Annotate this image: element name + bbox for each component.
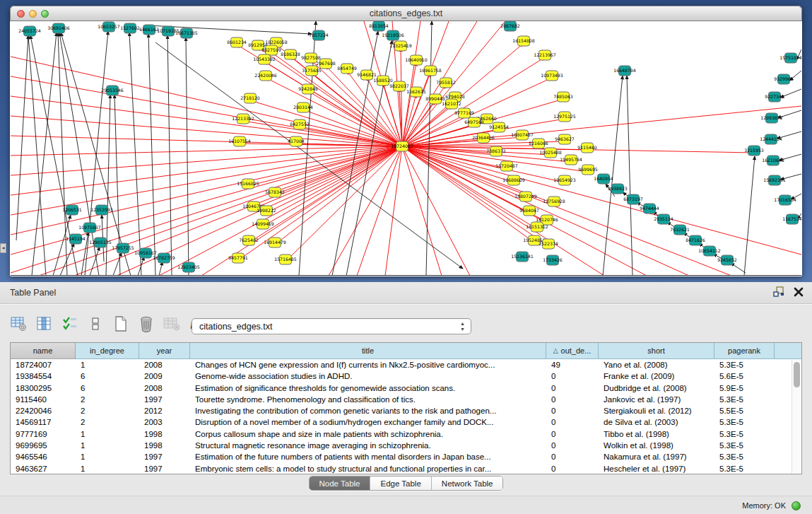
column-header-name[interactable]: name <box>11 343 76 359</box>
tab-edge-table[interactable]: Edge Table <box>370 477 431 490</box>
citation-edge-black[interactable] <box>129 33 141 276</box>
graph-node[interactable]: 9699695 <box>578 165 598 175</box>
graph-node[interactable]: 7386372 <box>486 146 506 156</box>
citation-edge-red[interactable] <box>11 96 402 146</box>
graph-node[interactable]: 6497568 <box>464 117 484 127</box>
graph-node[interactable]: 11325419 <box>389 41 412 51</box>
graph-node[interactable]: 9457791 <box>228 253 248 263</box>
graph-node[interactable]: 10025488 <box>539 148 562 158</box>
table-row[interactable]: 1830029562008Estimation of significance … <box>11 382 801 394</box>
graph-node[interactable]: 24055724 <box>18 26 41 36</box>
network-view-window[interactable]: citations_edges.txt 18724007240557243069… <box>10 6 802 276</box>
select-columns-icon[interactable] <box>61 315 78 332</box>
column-header-title[interactable]: title <box>190 343 546 359</box>
graph-node[interactable]: 15716485 <box>274 255 297 264</box>
graph-node[interactable]: 15751074 <box>779 53 801 63</box>
tab-node-table[interactable]: Node Table <box>310 477 371 490</box>
graph-node[interactable]: 15720487 <box>495 161 518 171</box>
graph-node[interactable]: 2935114 <box>654 214 673 224</box>
citation-edge-red[interactable] <box>11 116 402 146</box>
citation-edge-red[interactable] <box>402 146 801 255</box>
graph-node[interactable]: 2522374 <box>539 239 558 249</box>
graph-node[interactable]: 8813054 <box>369 21 389 31</box>
graph-node[interactable]: 9777169 <box>454 108 474 118</box>
graph-node[interactable]: 15166825 <box>237 179 259 189</box>
graph-node[interactable]: 29053346 <box>101 86 124 95</box>
graph-node[interactable]: 15136141 <box>511 252 534 262</box>
graph-node[interactable]: 9329966 <box>774 74 794 84</box>
graph-node[interactable]: 16671385 <box>175 28 198 38</box>
citation-edge-red[interactable] <box>300 127 402 146</box>
table-mode-icon[interactable] <box>10 315 28 332</box>
graph-node[interactable]: 3175685 <box>302 66 322 76</box>
graph-node[interactable]: 7485063 <box>553 92 573 102</box>
citation-edge-black[interactable] <box>186 37 189 276</box>
network-canvas[interactable]: 1872400724055724306914061065325715276026… <box>11 21 801 276</box>
minimize-window-icon[interactable] <box>29 10 37 18</box>
graph-node[interactable]: 12444154 <box>760 134 782 144</box>
citation-edge-red[interactable] <box>11 76 402 146</box>
graph-node[interactable]: 3215953 <box>744 146 764 156</box>
graph-node[interactable]: 5678342 <box>265 187 285 197</box>
graph-node[interactable]: 12923405 <box>177 262 200 272</box>
citation-edge-black[interactable] <box>167 35 172 276</box>
graph-node[interactable]: 9115460 <box>577 143 597 153</box>
graph-node[interactable]: 6466162 <box>139 25 159 35</box>
graph-node[interactable]: 16961758 <box>419 66 442 76</box>
graph-node[interactable]: 30691406 <box>47 23 70 33</box>
graph-node[interactable]: 9474444 <box>640 204 659 214</box>
citation-edge-red[interactable] <box>402 146 526 199</box>
column-header-in-degree[interactable]: in_degree <box>76 343 139 359</box>
citation-edge-black[interactable] <box>28 35 46 276</box>
citation-network-graph[interactable]: 1872400724055724306914061065325715276026… <box>11 21 801 276</box>
graph-node[interactable]: 9227342 <box>765 92 784 102</box>
graph-node[interactable]: 7955812 <box>436 78 456 88</box>
graph-node[interactable]: 10654112 <box>698 246 721 256</box>
citation-edge-red[interactable] <box>402 146 731 276</box>
graph-node[interactable]: 1998222 <box>257 206 276 216</box>
graph-node[interactable]: 22420046 <box>254 71 277 81</box>
table-row[interactable]: 946362711997Embryonic stem cells: a mode… <box>11 463 801 474</box>
citation-edge-red[interactable] <box>385 146 402 276</box>
graph-node[interactable]: 10973493 <box>541 71 563 81</box>
graph-node[interactable]: 7857224 <box>309 30 329 40</box>
graph-node[interactable]: 9684067 <box>519 206 539 216</box>
graph-node[interactable]: 17957255 <box>112 243 134 253</box>
graph-node[interactable]: 7625402 <box>239 235 259 245</box>
node-table[interactable]: name in_degree year title △out_de... sho… <box>10 342 802 474</box>
citation-edge-red[interactable] <box>266 78 402 146</box>
citation-edge-red[interactable] <box>402 137 522 146</box>
graph-node[interactable]: 2087682 <box>500 21 520 31</box>
table-row[interactable]: 911546021997Tourette syndrome. Phenomeno… <box>11 394 801 405</box>
citation-edge-red[interactable] <box>402 62 416 146</box>
graph-node[interactable]: 16107554 <box>228 136 251 146</box>
table-row[interactable]: 1938455462009Genome-wide association stu… <box>11 370 801 382</box>
graph-node[interactable]: 8216066 <box>529 139 548 148</box>
graph-node[interactable]: 8601234 <box>227 37 247 47</box>
zoom-window-icon[interactable] <box>41 10 49 18</box>
delete-column-icon[interactable] <box>137 315 155 332</box>
column-header-out-degree[interactable]: △out_de... <box>546 343 599 359</box>
graph-node[interactable]: 16648784 <box>613 66 636 76</box>
close-window-icon[interactable] <box>17 10 25 18</box>
citation-edge-red[interactable] <box>357 146 402 276</box>
table-row[interactable]: 2242004622012Investigating the contribut… <box>11 405 801 416</box>
table-row[interactable]: 977716911998Corpus callosum shape and si… <box>11 428 801 440</box>
graph-node[interactable]: 16151312 <box>526 222 548 232</box>
table-row[interactable]: 1872400712008Changes of HCN gene express… <box>11 359 801 370</box>
citation-edge-black[interactable] <box>106 95 110 276</box>
table-scrollbar[interactable] <box>792 360 801 474</box>
graph-node[interactable]: 9827509 <box>261 45 281 55</box>
citation-edge-red[interactable] <box>402 146 537 229</box>
table-row[interactable]: 946554611997Estimation of the future num… <box>11 451 801 462</box>
graph-node[interactable]: 12353993 <box>90 205 113 215</box>
graph-node[interactable]: 19654923 <box>553 175 576 185</box>
network-window-titlebar[interactable]: citations_edges.txt <box>10 6 802 21</box>
graph-node[interactable]: 1733426 <box>543 255 563 265</box>
collapse-west-panel-handle[interactable]: ◂ <box>0 243 6 253</box>
graph-node[interactable]: 12756928 <box>543 197 565 206</box>
column-header-pagerank[interactable]: pagerank <box>714 343 775 359</box>
new-column-icon[interactable] <box>112 315 129 332</box>
table-scrollbar-thumb[interactable] <box>794 362 800 387</box>
graph-node[interactable]: 1640954 <box>594 174 613 184</box>
